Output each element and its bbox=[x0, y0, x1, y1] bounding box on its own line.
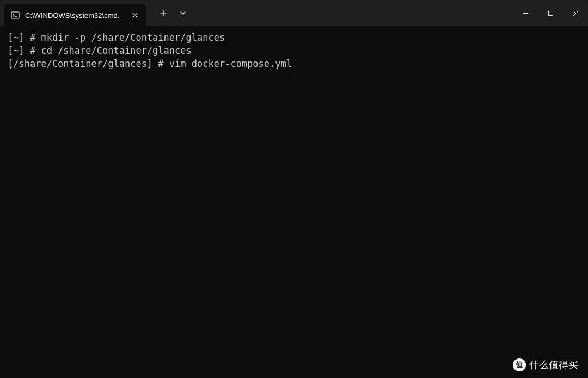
watermark: 值 什么值得买 bbox=[513, 358, 578, 371]
minimize-button[interactable] bbox=[513, 0, 538, 26]
watermark-text: 什么值得买 bbox=[529, 358, 578, 371]
terminal-line: [/share/Container/glances] # vim docker-… bbox=[8, 58, 580, 71]
command: mkdir -p /share/Container/glances bbox=[41, 32, 225, 43]
active-tab[interactable]: C:\WINDOWS\system32\cmd. bbox=[4, 4, 146, 26]
close-button[interactable] bbox=[563, 0, 588, 26]
terminal-window: C:\WINDOWS\system32\cmd. bbox=[0, 0, 588, 378]
prompt: [~] # bbox=[8, 45, 41, 56]
command: cd /share/Container/glances bbox=[41, 45, 191, 56]
maximize-button[interactable] bbox=[538, 0, 563, 26]
command: vim docker-compose.yml bbox=[169, 58, 292, 69]
svg-rect-0 bbox=[11, 12, 19, 18]
terminal-line: [~] # cd /share/Container/glances bbox=[8, 45, 580, 58]
titlebar-actions bbox=[146, 0, 192, 26]
window-controls bbox=[513, 0, 588, 26]
svg-rect-3 bbox=[548, 11, 553, 15]
terminal-line: [~] # mkdir -p /share/Container/glances bbox=[8, 32, 580, 45]
watermark-badge: 值 bbox=[513, 358, 526, 371]
tab-dropdown-button[interactable] bbox=[174, 4, 192, 22]
cmd-icon bbox=[11, 11, 20, 20]
tab-title: C:\WINDOWS\system32\cmd. bbox=[25, 11, 124, 20]
cursor bbox=[292, 59, 292, 70]
new-tab-button[interactable] bbox=[155, 4, 172, 22]
prompt: [/share/Container/glances] # bbox=[8, 58, 169, 69]
terminal-output[interactable]: [~] # mkdir -p /share/Container/glances … bbox=[0, 26, 588, 378]
prompt: [~] # bbox=[8, 32, 41, 43]
tab-close-button[interactable] bbox=[130, 10, 140, 21]
titlebar: C:\WINDOWS\system32\cmd. bbox=[0, 0, 588, 26]
